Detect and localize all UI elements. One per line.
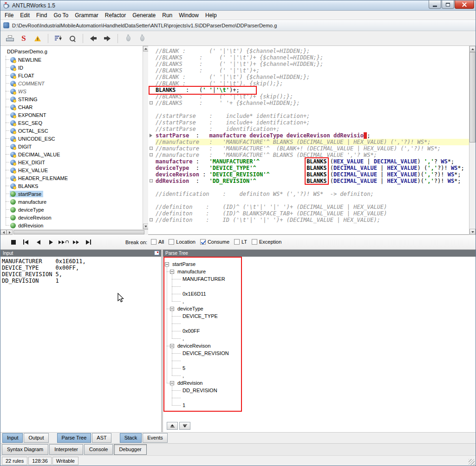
fold-marker[interactable] <box>150 179 153 182</box>
fold-marker[interactable] <box>150 101 153 104</box>
print-button[interactable] <box>3 32 16 45</box>
rule-tree-item-ID[interactable]: ID <box>0 64 143 71</box>
tab-interpreter[interactable]: Interpreter <box>49 444 83 455</box>
editor-line[interactable]: //startParse : identification+; <box>156 126 469 132</box>
collapse-all-button[interactable] <box>179 422 190 430</box>
view-tab-input[interactable]: Input <box>2 433 23 443</box>
scrollbar-thumb[interactable] <box>469 52 476 142</box>
editor-line[interactable]: //manufacture : 'MANUFACTURE'^ BLANKS (D… <box>156 152 469 158</box>
editor-line[interactable]: deviceType : 'DEVICE_TYPE'^ BLANKS (DECI… <box>156 165 469 171</box>
forward-button[interactable] <box>101 32 114 45</box>
scroll-down-button[interactable] <box>469 229 476 235</box>
menu-help[interactable]: Help <box>202 11 220 19</box>
menu-find[interactable]: Find <box>33 11 50 19</box>
rule-tree-item-UNICODE_ESC[interactable]: UNICODE_ESC <box>0 135 143 142</box>
close-button[interactable] <box>455 0 474 9</box>
parse-tree-node-5[interactable]: 5 <box>182 364 186 372</box>
rule-tree-item-HEADER_FILENAME[interactable]: HEADER_FILENAME <box>0 174 143 182</box>
view-tab-events[interactable]: Events <box>143 433 168 443</box>
parse-tree-node-0x00FF[interactable]: 0x00FF <box>182 327 201 335</box>
maximize-button[interactable] <box>442 0 454 9</box>
menu-file[interactable]: File <box>1 11 17 19</box>
editor-line[interactable]: manufacture : 'MANUFACTURER'^ BLANKS (HE… <box>156 158 469 165</box>
rule-tree-item-FLOAT[interactable]: FLOAT <box>0 71 143 79</box>
editor-line[interactable]: //BLANKS : (' '|'\t')+ {skip();}; <box>156 93 469 100</box>
editor-line[interactable]: //BLANKS : (' '|'\t')+ {$channel=HIDDEN;… <box>156 54 469 61</box>
editor-line[interactable]: //identification : definiton WS* (','?)!… <box>156 191 469 197</box>
scroll-left-button[interactable] <box>0 230 7 235</box>
parse-tree-node-ddRevision[interactable]: ddRevision <box>176 379 203 387</box>
stop-button[interactable] <box>7 237 20 247</box>
breakon-consume-checkbox[interactable]: Consume <box>200 239 229 245</box>
rule-tree-item-OCTAL_ESC[interactable]: OCTAL_ESC <box>0 127 143 135</box>
parse-tree-node-DEVICE_TYPE[interactable]: DEVICE_TYPE <box>182 312 219 320</box>
parse-tree-node-comma[interactable]: , <box>182 372 185 379</box>
editor-line[interactable]: //BLANK : (' '|'\t') {$channel=HIDDEN;}; <box>156 48 469 54</box>
goto-start-button[interactable] <box>20 237 32 247</box>
step-forward-button[interactable] <box>45 237 57 247</box>
breakon-all-checkbox[interactable]: All <box>151 239 164 245</box>
rule-tree-root[interactable]: DDParserDemo.g <box>0 46 143 56</box>
view-tab-ast[interactable]: AST <box>92 433 111 443</box>
parse-tree-node-startParse[interactable]: startParse <box>171 260 196 268</box>
collapse-toggle[interactable] <box>170 381 174 385</box>
back-button[interactable] <box>87 32 100 45</box>
editor-scrollbar[interactable] <box>469 46 476 235</box>
rule-tree-item-DIGIT[interactable]: DIGIT <box>0 142 143 150</box>
editor-line[interactable]: //definiton : (ID)^ ('\t'|' '|' ')+ (DEC… <box>156 204 469 210</box>
parse-tree-node-deviceType[interactable]: deviceType <box>176 305 204 312</box>
rule-tree-item-BLANKS[interactable]: BLANKS <box>0 182 143 190</box>
sort-rules-button[interactable] <box>52 32 65 45</box>
breakon-location-checkbox[interactable]: Location <box>169 239 196 245</box>
editor-line[interactable]: //manufacture : 'MANUFACTURE'^ BLANKS (D… <box>156 139 469 145</box>
editor-line[interactable]: ddRevision : 'DD_REVISION'^ BLANKS (DECI… <box>156 178 469 184</box>
parse-tree-node-comma[interactable]: , <box>182 335 185 342</box>
editor-line[interactable]: //definiton : ID ('\t'|' '|' ')+ (DECIMA… <box>156 217 469 223</box>
editor-line[interactable]: //BLANK : (' '|'\t'). {skip();}; <box>156 80 469 87</box>
rule-tree-item-startParse[interactable]: startParse <box>0 190 143 198</box>
parse-tree-node-MANUFACTURER[interactable]: MANUFACTURER <box>182 275 226 283</box>
menu-grammar[interactable]: Grammar <box>72 11 102 19</box>
undock-icon[interactable] <box>154 251 159 255</box>
breakon-exception-checkbox[interactable]: Exception <box>252 239 281 245</box>
rule-tree-item-deviceType[interactable]: deviceType <box>0 206 143 214</box>
minimize-button[interactable] <box>429 0 441 9</box>
editor-line[interactable]: //BLANKS : (' '|'\t')+; <box>156 67 469 74</box>
menu-refactor[interactable]: Refactor <box>102 11 129 19</box>
editor-line[interactable] <box>156 184 469 191</box>
goto-end-button[interactable] <box>82 237 95 247</box>
editor-line[interactable]: //BLANKS : (' '|'\t')+ {$channel=HIDDEN;… <box>156 61 469 67</box>
editor-line[interactable] <box>156 106 469 113</box>
editor-line[interactable]: //definiton : (ID)^ BLANKSPACE_TAB+ (DEC… <box>156 210 469 217</box>
tab-debugger[interactable]: Debugger <box>114 444 146 455</box>
rule-tree-item-CHAR[interactable]: CHAR <box>0 103 143 111</box>
editor-line[interactable]: startParse : manufacture deviceType devi… <box>156 132 469 139</box>
scroll-up-button[interactable] <box>469 46 476 52</box>
rule-marker[interactable] <box>150 134 152 137</box>
editor-line[interactable]: //manufacture : 'MANUFACTURE'^ (BLANK+! … <box>156 145 469 152</box>
fold-marker[interactable] <box>150 218 153 221</box>
editor-line[interactable]: //startParse : include* identification+; <box>156 113 469 119</box>
scrollbar-thumb[interactable] <box>13 230 144 234</box>
rule-tree-item-deviceRevison[interactable]: deviceRevison <box>0 214 143 221</box>
step-back-button[interactable] <box>32 237 45 247</box>
view-tab-output[interactable]: Output <box>24 433 48 443</box>
warnings-button[interactable]: ! <box>31 32 44 45</box>
fold-marker[interactable] <box>150 153 153 156</box>
grammar-editor[interactable]: //BLANK : (' '|'\t') {$channel=HIDDEN;};… <box>148 46 469 234</box>
parse-tree-node-DD_REVISION[interactable]: DD_REVISION <box>182 387 218 394</box>
collapse-toggle[interactable] <box>165 262 169 266</box>
menu-window[interactable]: Window <box>176 11 202 19</box>
collapse-toggle[interactable] <box>170 307 174 311</box>
fast-forward-button[interactable] <box>57 237 70 247</box>
rule-tree-item-EXPONENT[interactable]: EXPONENT <box>0 111 143 119</box>
editor-line[interactable]: //BLANKS : ' '+ {$channel=HIDDEN;}; <box>156 100 469 106</box>
menu-edit[interactable]: Edit <box>17 11 33 19</box>
editor-line[interactable]: //BLANK : (' '|'\t') {$channel=HIDDEN;}; <box>156 74 469 80</box>
rule-tree-item-ddRevision[interactable]: ddRevision <box>0 221 143 229</box>
editor-line[interactable]: //startParse : include+ identification+; <box>156 119 469 126</box>
parse-tree-node-comma[interactable]: , <box>182 298 185 305</box>
breakon-lt-checkbox[interactable]: LT <box>234 239 247 245</box>
parse-tree-node-0x1E6D11[interactable]: 0x1E6D11 <box>182 290 207 298</box>
check-syntax-button[interactable]: S <box>17 32 30 45</box>
